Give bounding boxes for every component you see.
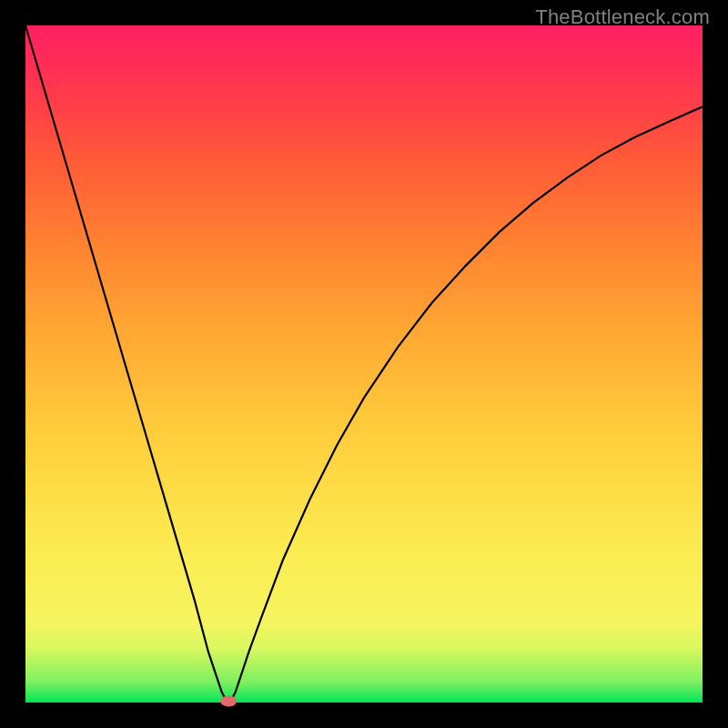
plot-area xyxy=(25,25,703,703)
bottleneck-curve xyxy=(25,25,703,702)
optimal-point-marker xyxy=(220,696,237,707)
chart-container: TheBottleneck.com xyxy=(0,0,728,728)
bottleneck-curve-svg xyxy=(25,25,703,703)
watermark-text: TheBottleneck.com xyxy=(535,5,710,29)
